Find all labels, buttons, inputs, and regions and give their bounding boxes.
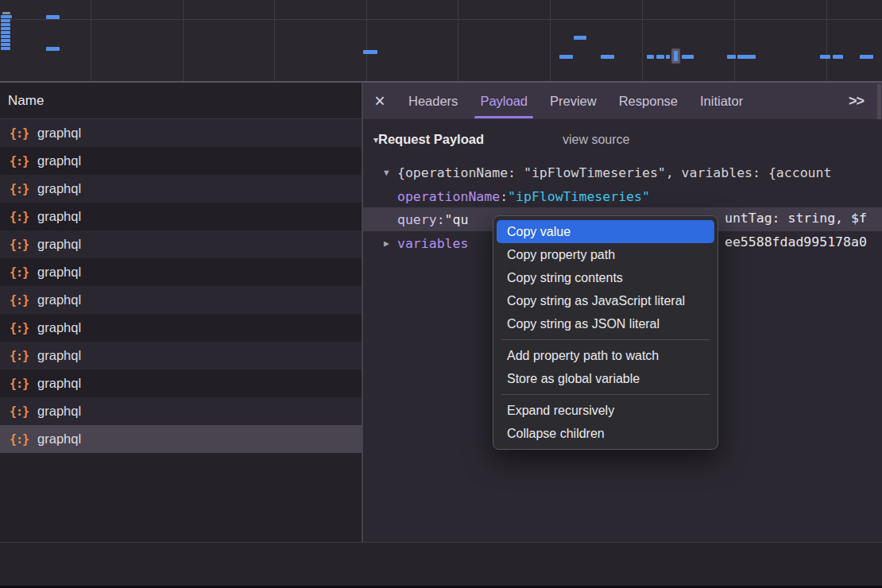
network-overview-timeline[interactable] <box>0 0 882 83</box>
json-braces-icon: {:} <box>10 404 29 419</box>
property-key: operationName <box>397 189 500 204</box>
summary-footer <box>0 542 882 586</box>
waterfall-bar <box>647 55 654 59</box>
waterfall-bar <box>46 47 60 51</box>
menu-item-store-as-global-variable[interactable]: Store as global variable <box>493 367 718 390</box>
waterfall-bar <box>1 19 10 22</box>
waterfall-bar <box>1 23 10 26</box>
request-row[interactable]: {:}graphql <box>0 203 362 230</box>
tab-response[interactable]: Response <box>608 83 689 119</box>
request-name: graphql <box>37 292 81 308</box>
waterfall-bar <box>833 55 843 59</box>
header-band: Name × HeadersPayloadPreviewResponseInit… <box>0 83 882 119</box>
tab-payload[interactable]: Payload <box>469 83 539 119</box>
menu-item-collapse-children[interactable]: Collapse children <box>493 422 718 445</box>
request-row[interactable]: {:}graphql <box>0 397 362 425</box>
waterfall-bar <box>1 27 10 30</box>
request-name: graphql <box>37 126 81 141</box>
waterfall-bar <box>46 15 60 19</box>
json-braces-icon: {:} <box>10 126 29 141</box>
key-colon: : <box>437 212 445 227</box>
menu-item-expand-recursively[interactable]: Expand recursively <box>493 399 718 422</box>
waterfall-bar <box>737 55 756 59</box>
overview-selection-marker-bar <box>674 51 678 61</box>
menu-item-copy-value[interactable]: Copy value <box>497 220 714 243</box>
request-name: graphql <box>37 153 81 168</box>
tab-preview[interactable]: Preview <box>539 83 608 119</box>
request-row[interactable]: {:}graphql <box>0 119 362 147</box>
json-braces-icon: {:} <box>10 349 29 363</box>
payload-object-preview: {operationName: "ipFlowTimeseries", vari… <box>397 165 831 180</box>
waterfall-bar <box>727 55 736 59</box>
overview-gridline <box>550 0 551 81</box>
overview-gridline <box>0 19 882 20</box>
menu-item-copy-string-as-javascript-literal[interactable]: Copy string as JavaScript literal <box>493 289 718 312</box>
json-braces-icon: {:} <box>10 265 29 280</box>
waterfall-bar <box>1 31 10 34</box>
view-source-link[interactable]: view source <box>563 133 629 147</box>
request-row[interactable]: {:}graphql <box>0 425 362 453</box>
json-braces-icon: {:} <box>10 321 29 335</box>
waterfall-bar <box>1 35 10 38</box>
request-payload-section[interactable]: ▾Request Payload <box>373 132 484 147</box>
waterfall-bar <box>2 12 10 14</box>
waterfall-bar <box>574 36 586 40</box>
operationname-row[interactable]: operationName: "ipFlowTimeseries" <box>363 184 882 208</box>
request-name: graphql <box>37 348 81 363</box>
json-braces-icon: {:} <box>10 432 29 447</box>
waterfall-bar <box>860 55 873 59</box>
waterfall-bar <box>820 55 830 59</box>
property-key: variables <box>397 236 468 251</box>
overview-gridline <box>183 0 184 81</box>
menu-item-copy-property-path[interactable]: Copy property path <box>493 243 718 266</box>
tab-initiator[interactable]: Initiator <box>689 83 754 119</box>
request-row[interactable]: {:}graphql <box>0 258 362 286</box>
json-braces-icon: {:} <box>10 154 29 168</box>
expand-icon[interactable]: ▼ <box>384 168 397 178</box>
property-key: query <box>397 212 437 227</box>
overview-gridline <box>274 0 275 81</box>
json-braces-icon: {:} <box>10 182 29 196</box>
section-title: Request Payload <box>378 132 484 146</box>
request-list: {:}graphql{:}graphql{:}graphql{:}graphql… <box>0 119 362 542</box>
property-value-left: "qu <box>445 212 469 227</box>
menu-separator <box>501 394 710 395</box>
menu-separator <box>501 339 710 340</box>
overview-gridline <box>458 0 458 81</box>
menu-item-copy-string-as-json-literal[interactable]: Copy string as JSON literal <box>493 312 718 335</box>
waterfall-bar <box>1 43 10 46</box>
overview-gridline <box>642 0 643 81</box>
request-row[interactable]: {:}graphql <box>0 369 362 397</box>
request-name: graphql <box>37 237 81 252</box>
request-row[interactable]: {:}graphql <box>0 147 362 175</box>
request-name: graphql <box>37 431 81 447</box>
request-row[interactable]: {:}graphql <box>0 230 362 258</box>
request-name: graphql <box>37 209 81 224</box>
overview-gridline <box>91 0 91 81</box>
variables-value-right-fragment: ee5588fdad995178a0 <box>725 234 867 250</box>
expand-icon[interactable]: ▶ <box>384 238 397 249</box>
menu-item-add-property-path-to-watch[interactable]: Add property path to watch <box>493 344 718 367</box>
name-column-label: Name <box>8 93 44 109</box>
close-icon[interactable]: × <box>362 92 397 110</box>
detail-tabs: HeadersPayloadPreviewResponseInitiator <box>397 83 754 119</box>
payload-root-row[interactable]: ▼ {operationName: "ipFlowTimeseries", va… <box>363 161 882 184</box>
overview-gridline <box>366 0 367 81</box>
request-name: graphql <box>37 404 81 419</box>
request-name: graphql <box>37 265 81 280</box>
tab-headers[interactable]: Headers <box>397 83 469 119</box>
request-row[interactable]: {:}graphql <box>0 286 362 314</box>
waterfall-bar <box>601 55 614 59</box>
request-row[interactable]: {:}graphql <box>0 342 362 369</box>
request-name: graphql <box>37 376 81 391</box>
waterfall-bar <box>682 55 694 59</box>
request-row[interactable]: {:}graphql <box>0 314 362 342</box>
detail-tabbar: × HeadersPayloadPreviewResponseInitiator… <box>362 83 882 119</box>
request-name: graphql <box>37 320 81 335</box>
more-tabs-icon[interactable]: >> <box>849 83 864 119</box>
name-column-header[interactable]: Name <box>0 83 362 119</box>
menu-item-copy-string-contents[interactable]: Copy string contents <box>493 266 718 289</box>
overview-gridline <box>734 0 735 81</box>
request-row[interactable]: {:}graphql <box>0 175 362 203</box>
waterfall-bar <box>1 15 12 18</box>
